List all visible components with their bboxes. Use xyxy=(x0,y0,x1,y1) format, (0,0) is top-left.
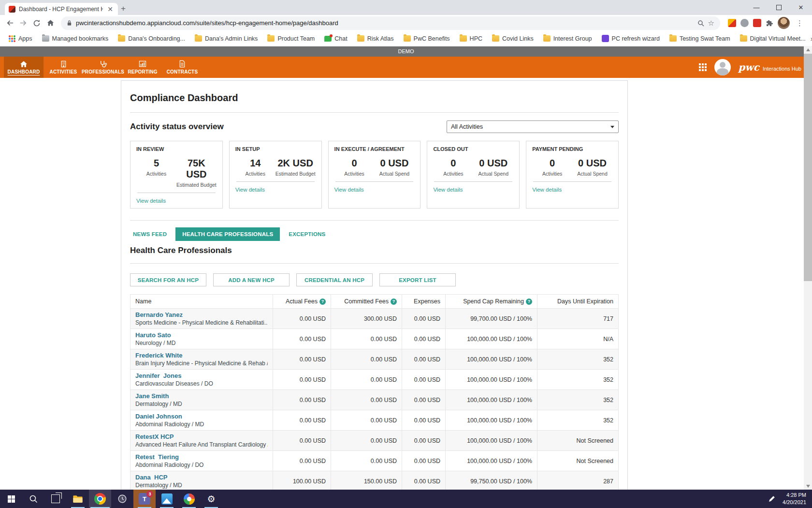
help-icon[interactable]: ? xyxy=(319,299,326,305)
teams-badge: 3 xyxy=(146,491,153,497)
hcp-name-link[interactable]: Haruto Sato xyxy=(135,331,268,339)
view-details-link[interactable]: View details xyxy=(136,198,166,204)
bookmark-item[interactable]: PwC Benefits xyxy=(399,33,455,45)
hcp-name-link[interactable]: Jane Smith xyxy=(135,392,268,400)
extension-icon[interactable] xyxy=(740,19,749,27)
hcp-specialty: Sports Medicine - Physical Medicine & Re… xyxy=(135,319,268,326)
view-details-link[interactable]: View details xyxy=(235,187,265,193)
bookmark-icon xyxy=(357,35,364,42)
hcp-name-link[interactable]: RetestX HCP xyxy=(135,433,268,440)
window-minimize-button[interactable]: — xyxy=(745,0,768,15)
section-tab[interactable]: NEWS FEED xyxy=(130,227,170,241)
bookmark-star-icon[interactable]: ☆ xyxy=(708,19,714,28)
refresh-icon[interactable] xyxy=(30,16,44,30)
view-details-link[interactable]: View details xyxy=(532,187,562,193)
hcp-name-link[interactable]: Retest Tiering xyxy=(135,453,268,461)
hcp-name-link[interactable]: Daniel Johnson xyxy=(135,413,268,420)
table-row: RetestX HCP Advanced Heart Failure And T… xyxy=(130,431,619,451)
bookmark-item[interactable]: Interest Group xyxy=(538,33,597,45)
bookmark-item[interactable]: HPC xyxy=(455,33,487,45)
bookmark-item[interactable]: Chat xyxy=(319,33,352,45)
hcp-name-link[interactable]: Jennifer Jones xyxy=(135,372,268,379)
hcp-action-button[interactable]: ADD A NEW HCP xyxy=(213,273,290,286)
help-icon[interactable]: ? xyxy=(391,299,397,305)
hcp-action-button[interactable]: SEARCH FOR AN HCP xyxy=(130,273,206,286)
forward-icon[interactable] xyxy=(16,16,30,30)
start-button[interactable] xyxy=(0,490,22,508)
browser-tab[interactable]: Dashboard - HCP Engagement H ✕ xyxy=(5,3,118,15)
help-icon[interactable]: ? xyxy=(526,299,532,305)
back-icon[interactable] xyxy=(3,16,16,30)
pen-icon[interactable] xyxy=(768,495,776,503)
hcp-name-link[interactable]: Bernardo Yanez xyxy=(135,311,268,318)
status-card-amount: 75K USD xyxy=(176,158,217,180)
photos-icon[interactable] xyxy=(156,490,178,508)
profile-avatar[interactable] xyxy=(778,17,790,29)
bookmark-item[interactable]: Apps xyxy=(4,33,37,45)
bookmark-icon xyxy=(267,35,275,42)
status-card-count: 0 xyxy=(334,158,375,169)
hcp-specialty: Advanced Heart Failure And Transplant Ca… xyxy=(135,441,268,448)
hcp-name-link[interactable]: Dana HCP xyxy=(135,474,268,481)
bookmark-item[interactable]: Risk Atlas xyxy=(352,33,399,45)
alarms-clock-icon[interactable] xyxy=(111,490,133,508)
bookmark-icon xyxy=(740,35,747,42)
scroll-up-icon[interactable] xyxy=(804,46,812,53)
zoom-icon[interactable] xyxy=(697,20,704,27)
activities-filter-dropdown[interactable]: All Activities xyxy=(447,120,619,133)
extension-icon[interactable] xyxy=(753,19,761,27)
hcp-action-button[interactable]: CREDENTIAL AN HCP xyxy=(296,273,373,286)
home-icon[interactable] xyxy=(44,16,57,30)
app-grid-icon[interactable] xyxy=(699,63,707,71)
table-row: Daniel Johnson Abdominal Radiology / MD … xyxy=(130,410,619,431)
view-details-link[interactable]: View details xyxy=(334,187,364,193)
bookmark-item[interactable]: Managed bookmarks xyxy=(37,33,114,45)
user-avatar[interactable] xyxy=(714,59,731,75)
nav-item-professionals[interactable]: PROFESSIONALS xyxy=(83,57,123,78)
nav-item-contracts[interactable]: CONTRACTS xyxy=(162,57,202,78)
nav-item-activities[interactable]: ACTIVITIES xyxy=(44,57,83,78)
new-tab-button[interactable]: + xyxy=(117,3,129,15)
extension-icon[interactable] xyxy=(728,19,736,27)
nav-item-dashboard[interactable]: DASHBOARD xyxy=(4,57,44,78)
scrollbar-thumb[interactable] xyxy=(804,54,812,281)
bookmark-item[interactable]: Covid Links xyxy=(487,33,538,45)
status-card-count: 0 xyxy=(532,158,572,169)
hcp-action-button[interactable]: EXPORT LIST xyxy=(379,273,456,286)
col-committed-fees: Committed Fees xyxy=(344,298,389,305)
scroll-down-icon[interactable] xyxy=(804,482,812,490)
bookmark-item[interactable]: Product Team xyxy=(262,33,319,45)
bookmark-label: Product Team xyxy=(277,35,315,42)
window-close-button[interactable]: ✕ xyxy=(790,0,812,15)
window-maximize-button[interactable] xyxy=(768,0,790,15)
section-tab[interactable]: EXCEPTIONS xyxy=(286,227,328,241)
browser-menu-icon[interactable]: ⋮ xyxy=(794,19,805,28)
extensions-puzzle-icon[interactable] xyxy=(766,19,773,27)
taskbar-search-icon[interactable] xyxy=(22,490,44,508)
nav-item-reporting[interactable]: REPORTING xyxy=(123,57,162,78)
hcp-specialty: Cardiovascular Diseases / DO xyxy=(135,380,268,387)
settings-gear-icon[interactable]: ⚙ xyxy=(200,490,222,508)
file-explorer-icon[interactable] xyxy=(67,490,89,508)
tab-close-icon[interactable]: ✕ xyxy=(106,5,114,13)
bookmark-item[interactable]: Testing Swat Team xyxy=(665,33,735,45)
taskbar-clock[interactable]: 4:28 PM 4/20/2021 xyxy=(783,492,806,506)
chrome-icon[interactable] xyxy=(89,490,111,508)
bookmark-icon xyxy=(543,35,551,42)
bookmark-item[interactable]: Digital Virtual Meet... xyxy=(735,33,811,45)
tab-favicon xyxy=(9,6,15,13)
bookmark-item[interactable]: Dana's Admin Links xyxy=(190,33,262,45)
browser-scrollbar[interactable] xyxy=(804,46,812,490)
teams-icon[interactable]: T3 xyxy=(133,490,156,508)
bookmark-item[interactable]: PC refresh wizard xyxy=(597,33,665,45)
task-view-icon[interactable] xyxy=(44,490,67,508)
address-bar[interactable]: pwcinteractionshubdemo.appiancloud.com/s… xyxy=(61,16,720,30)
hcp-table: Name Actual Fees? Committed Fees? Expens… xyxy=(130,294,619,490)
bookmark-item[interactable]: Dana's Onboarding... xyxy=(113,33,190,45)
hcp-specialty: Abdominal Radiology / DO xyxy=(135,462,268,468)
status-card-label: CLOSED OUT xyxy=(433,146,513,152)
paint3d-icon[interactable] xyxy=(178,490,200,508)
hcp-name-link[interactable]: Frederick White xyxy=(135,352,268,359)
view-details-link[interactable]: View details xyxy=(433,187,463,193)
section-tab[interactable]: HEALTH CARE PROFESSIONALS xyxy=(175,227,280,241)
